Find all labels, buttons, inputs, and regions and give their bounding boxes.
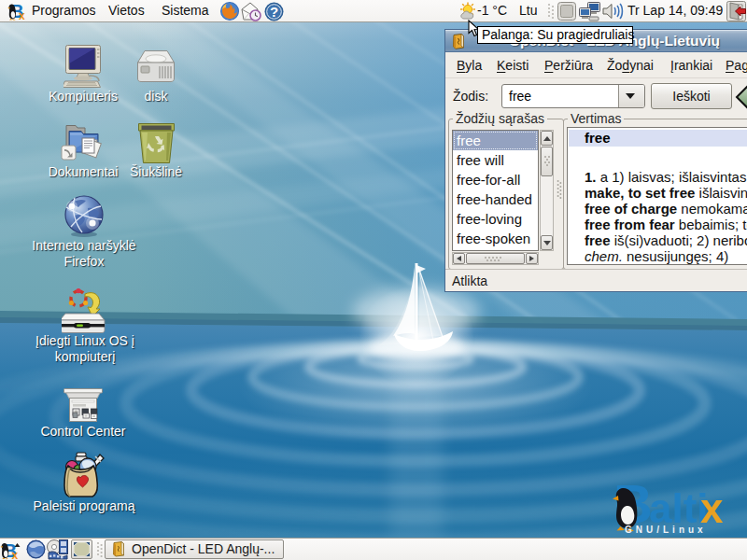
- svg-text:?: ?: [270, 4, 278, 20]
- svg-text:GNU/Linux: GNU/Linux: [625, 525, 707, 535]
- svg-text:x: x: [12, 549, 19, 560]
- svg-text:x: x: [19, 9, 25, 21]
